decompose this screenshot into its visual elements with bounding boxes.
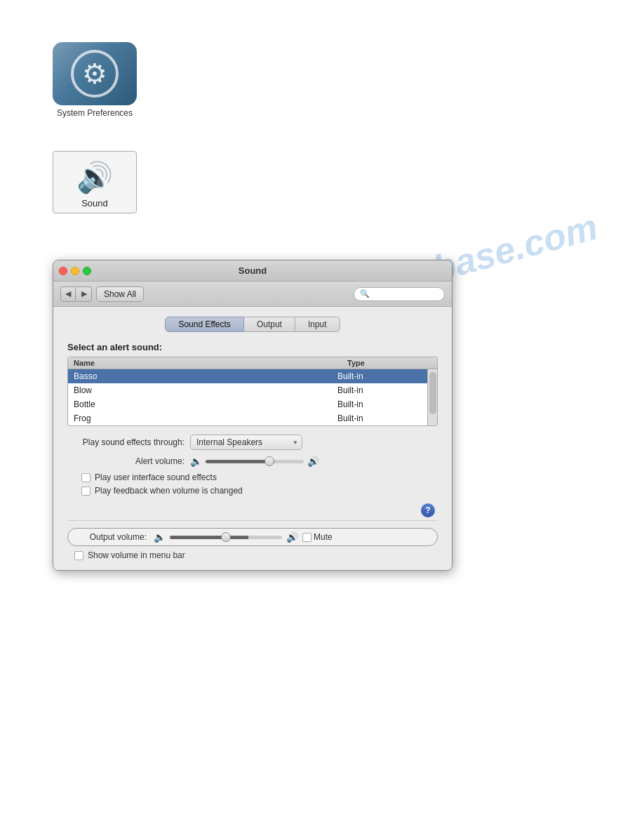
show-all-button[interactable]: Show All (96, 286, 144, 302)
output-volume-row: Output volume: 🔈 🔊 Mute (67, 528, 438, 546)
sound-row-bottle-type: Built-in (337, 399, 422, 409)
mute-label: Mute (314, 532, 333, 542)
output-volume-thumb[interactable] (221, 532, 231, 542)
sound-icon-container[interactable]: 🔊 Sound (53, 151, 137, 213)
help-button[interactable]: ? (421, 503, 435, 517)
alert-volume-row: Alert volume: 🔈 🔊 (67, 456, 438, 467)
sound-preferences-window: Sound ◀ ▶ Show All 🔍 Sound Effects Outpu… (53, 260, 452, 571)
sound-row-bottle[interactable]: Bottle Built-in (68, 397, 427, 411)
play-through-value: Internal Speakers (196, 437, 262, 447)
window-title: Sound (239, 265, 267, 276)
scrollbar-thumb (429, 372, 436, 414)
sound-list-header: Name Type (68, 357, 437, 369)
sound-row-blow-type: Built-in (337, 385, 422, 395)
select-alert-sound-label: Select an alert sound: (67, 342, 438, 352)
search-box[interactable]: 🔍 (354, 287, 445, 301)
alert-volume-thumb[interactable] (264, 456, 274, 466)
tabs-bar: Sound Effects Output Input (67, 317, 438, 332)
tab-sound-effects[interactable]: Sound Effects (165, 317, 244, 332)
volume-low-icon: 🔈 (190, 456, 202, 467)
sound-row-blow[interactable]: Blow Built-in (68, 383, 427, 397)
feedback-checkbox[interactable] (81, 486, 90, 496)
sound-list-inner: Basso Built-in Blow Built-in Bottle Buil… (68, 369, 427, 425)
alert-volume-slider-container: 🔈 🔊 (190, 456, 319, 467)
sound-icon-label: Sound (81, 198, 108, 208)
help-row: ? (67, 503, 438, 517)
show-menu-bar-label: Show volume in menu bar (88, 550, 185, 560)
output-volume-label: Output volume: (79, 532, 149, 542)
sound-row-basso-type: Built-in (337, 371, 422, 381)
close-button[interactable] (59, 267, 67, 275)
sound-row-basso-name: Basso (74, 371, 337, 381)
play-through-dropdown[interactable]: Internal Speakers (190, 435, 302, 450)
sound-icon: 🔊 (75, 157, 114, 197)
sound-row-basso[interactable]: Basso Built-in (68, 369, 427, 383)
sound-list-scrollbar[interactable] (427, 369, 437, 425)
show-menu-bar-checkbox[interactable] (74, 551, 83, 560)
tab-output[interactable]: Output (244, 317, 295, 332)
sound-row-frog[interactable]: Frog Built-in (68, 411, 427, 425)
sound-row-blow-name: Blow (74, 385, 337, 395)
minimize-button[interactable] (71, 267, 79, 275)
toolbar: ◀ ▶ Show All 🔍 (53, 282, 452, 307)
traffic-lights (59, 267, 91, 275)
ui-sounds-checkbox[interactable] (81, 473, 90, 482)
system-preferences-icon-container: System Preferences (53, 42, 137, 118)
output-vol-low-icon: 🔈 (154, 531, 166, 543)
forward-button[interactable]: ▶ (76, 286, 92, 302)
feedback-row[interactable]: Play feedback when volume is changed (67, 486, 438, 496)
alert-volume-label: Alert volume: (67, 456, 190, 466)
tab-input[interactable]: Input (295, 317, 340, 332)
sound-row-bottle-name: Bottle (74, 399, 337, 409)
mute-checkbox[interactable] (302, 533, 311, 542)
bottom-section: Output volume: 🔈 🔊 Mute Show volume in m… (67, 520, 438, 560)
search-icon: 🔍 (360, 289, 370, 298)
system-preferences-icon[interactable] (53, 42, 137, 105)
maximize-button[interactable] (83, 267, 91, 275)
window-content: Sound Effects Output Input Select an ale… (53, 307, 452, 570)
play-through-label: Play sound effects through: (67, 437, 190, 447)
show-menu-bar-row[interactable]: Show volume in menu bar (67, 550, 438, 560)
output-volume-slider[interactable] (170, 536, 282, 539)
sound-list: Name Type Basso Built-in Blow Built-in B… (67, 357, 438, 426)
ui-sounds-label: Play user interface sound effects (95, 472, 217, 482)
output-vol-high-icon: 🔊 (286, 531, 298, 543)
sound-list-header-name: Name (74, 359, 347, 367)
title-bar: Sound (53, 260, 452, 282)
ui-sounds-row[interactable]: Play user interface sound effects (67, 472, 438, 482)
sound-row-frog-type: Built-in (337, 413, 422, 423)
mute-checkbox-row[interactable]: Mute (302, 532, 333, 542)
feedback-label: Play feedback when volume is changed (95, 486, 243, 496)
system-preferences-label: System Preferences (57, 108, 133, 118)
play-through-row: Play sound effects through: Internal Spe… (67, 435, 438, 450)
alert-volume-slider[interactable] (206, 460, 304, 463)
back-button[interactable]: ◀ (60, 286, 76, 302)
sound-list-scroll-area: Basso Built-in Blow Built-in Bottle Buil… (68, 369, 437, 425)
sound-row-frog-name: Frog (74, 413, 337, 423)
checkboxes-area: Play user interface sound effects Play f… (67, 472, 438, 499)
nav-buttons: ◀ ▶ (60, 286, 92, 302)
sound-list-header-type: Type (347, 359, 431, 367)
volume-high-icon: 🔊 (307, 456, 319, 467)
